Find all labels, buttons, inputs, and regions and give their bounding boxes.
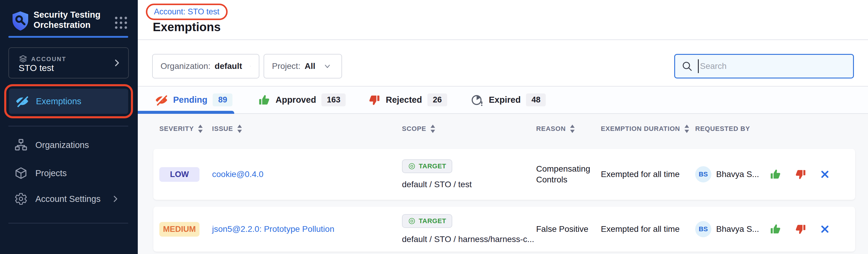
- eye-off-icon: [16, 95, 29, 108]
- duration-cell: Exempted for all time: [601, 207, 695, 252]
- sort-icon: [430, 125, 435, 133]
- sidebar-item-projects[interactable]: Projects: [9, 163, 128, 183]
- sidebar-item-account-settings[interactable]: Account Settings: [9, 189, 128, 209]
- thumb-up-icon: [770, 169, 781, 180]
- severity-cell: MEDIUM: [159, 207, 212, 252]
- tab-label: Expired: [489, 95, 521, 105]
- scope-cell: TARGET default / STO / test: [402, 149, 536, 200]
- tab-expired[interactable]: Expired 48: [471, 87, 546, 113]
- chevron-right-icon: [112, 58, 122, 68]
- requested-by-name: Bhavya S...: [716, 169, 759, 179]
- org-chart-icon: [14, 138, 28, 152]
- target-chip-label: TARGET: [419, 217, 446, 225]
- chevron-down-icon: [323, 62, 332, 70]
- tab-count-badge: 163: [321, 93, 346, 106]
- sidebar: Security Testing Orchestration ACCOUNT S…: [0, 0, 138, 254]
- cancel-button[interactable]: [820, 224, 830, 234]
- gear-icon: [14, 192, 28, 205]
- severity-badge: MEDIUM: [159, 222, 199, 236]
- target-chip-label: TARGET: [419, 162, 446, 170]
- duration-cell: Exempted for all time: [601, 149, 695, 200]
- sidebar-item-label: Exemptions: [36, 96, 82, 106]
- project-dropdown-value: All: [305, 61, 315, 71]
- module-grid-icon[interactable]: [114, 15, 128, 30]
- sidebar-item-label: Organizations: [35, 140, 89, 150]
- tab-count-badge: 26: [427, 93, 447, 106]
- search-icon: [681, 60, 693, 72]
- red-annotation-breadcrumb: Account: STO test: [146, 4, 228, 20]
- severity-cell: LOW: [159, 149, 212, 200]
- tab-label: Approved: [276, 95, 316, 105]
- reason-cell: Compensating Controls: [536, 149, 601, 200]
- x-icon: [820, 169, 830, 179]
- tab-label: Rejected: [386, 95, 422, 105]
- scope-path: default / STO / test: [402, 180, 472, 189]
- organization-dropdown-value: default: [215, 61, 242, 71]
- chevron-down-icon: [250, 62, 251, 70]
- filter-bar: Organization: default Project: All: [138, 40, 868, 86]
- timer-expired-icon: [471, 94, 484, 106]
- target-chip: TARGET: [402, 214, 452, 228]
- reject-button[interactable]: [795, 169, 806, 180]
- x-icon: [820, 224, 830, 234]
- sort-icon: [237, 125, 242, 133]
- sidebar-item-label: Projects: [35, 168, 67, 178]
- account-scope-selector[interactable]: ACCOUNT STO test: [8, 47, 129, 78]
- chevron-right-icon: [111, 194, 120, 203]
- sort-icon: [198, 125, 203, 133]
- requested-by-cell: BS Bhavya S...: [695, 149, 769, 200]
- text-cursor: [698, 59, 699, 73]
- column-header-scope[interactable]: SCOPE: [402, 125, 536, 133]
- reject-button[interactable]: [795, 223, 806, 235]
- issue-link[interactable]: cookie@0.4.0: [212, 169, 264, 179]
- table-row[interactable]: MEDIUM json5@2.2.0: Prototype Pollution …: [153, 207, 855, 252]
- column-header-issue[interactable]: ISSUE: [212, 125, 402, 133]
- tab-rejected[interactable]: Rejected 26: [368, 87, 447, 113]
- thumb-down-icon: [368, 94, 380, 106]
- column-header-reason[interactable]: REASON: [536, 125, 601, 133]
- column-header-severity[interactable]: SEVERITY: [159, 125, 212, 133]
- breadcrumb-account-link[interactable]: Account: STO test: [154, 7, 220, 16]
- thumb-up-icon: [258, 94, 270, 106]
- approve-button[interactable]: [770, 169, 781, 180]
- table-header-row: SEVERITY ISSUE SCOPE REASON EXEMPTION DU…: [153, 125, 855, 133]
- project-dropdown[interactable]: Project: All: [264, 54, 342, 78]
- sidebar-item-label: Account Settings: [35, 194, 101, 204]
- exemption-status-tabs: Pending 89 Approved 163 Rejected 26 Expi…: [138, 86, 868, 114]
- thumb-down-icon: [795, 223, 806, 235]
- layers-icon: [19, 55, 28, 63]
- target-chip: TARGET: [402, 159, 452, 173]
- account-name: STO test: [19, 63, 54, 73]
- organization-dropdown[interactable]: Organization: default: [152, 54, 259, 78]
- sort-icon: [684, 125, 689, 133]
- sidebar-item-organizations[interactable]: Organizations: [9, 135, 128, 155]
- avatar: BS: [695, 166, 711, 182]
- sidebar-divider: [8, 126, 128, 126]
- row-actions: [769, 149, 855, 200]
- sto-shield-logo-icon: [11, 11, 30, 31]
- requested-by-name: Bhavya S...: [716, 224, 759, 234]
- table-row[interactable]: LOW cookie@0.4.0 TARGET default / STO / …: [153, 149, 855, 200]
- account-label: ACCOUNT: [31, 56, 66, 63]
- tab-count-badge: 48: [526, 93, 546, 106]
- page-title: Exemptions: [153, 20, 221, 34]
- scope-cell: TARGET default / STO / harness/harness-c…: [402, 207, 536, 252]
- sidebar-item-exemptions[interactable]: Exemptions: [9, 89, 128, 114]
- cube-icon: [14, 166, 28, 180]
- issue-link[interactable]: json5@2.2.0: Prototype Pollution: [212, 224, 334, 234]
- thumb-down-icon: [795, 169, 806, 180]
- issue-cell: cookie@0.4.0: [212, 149, 402, 200]
- tab-approved[interactable]: Approved 163: [258, 87, 346, 113]
- organization-dropdown-label: Organization:: [160, 61, 211, 71]
- reason-cell: False Positive: [536, 207, 601, 252]
- column-header-exemption-duration[interactable]: EXEMPTION DURATION: [601, 125, 695, 133]
- scope-path: default / STO / harness/harness-c...: [402, 234, 534, 244]
- page-header: Account: STO test Exemptions: [138, 0, 868, 40]
- tab-pending[interactable]: Pending 89: [155, 87, 232, 113]
- approve-button[interactable]: [770, 223, 781, 235]
- search-input[interactable]: [700, 61, 844, 71]
- avatar: BS: [695, 221, 711, 237]
- target-bullseye-icon: [408, 217, 416, 225]
- cancel-button[interactable]: [820, 169, 830, 179]
- active-tab-underline: [138, 111, 234, 114]
